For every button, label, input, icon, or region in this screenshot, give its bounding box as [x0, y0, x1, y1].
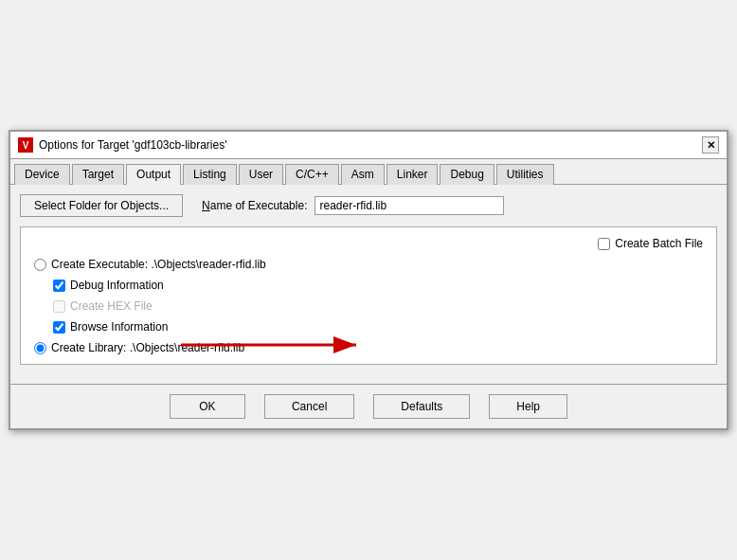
window-title: Options for Target 'gdf103cb-libraries' — [39, 138, 226, 152]
select-folder-button[interactable]: Select Folder for Objects... — [20, 194, 183, 217]
browse-info-text: Browse Information — [70, 320, 168, 334]
create-executable-radio[interactable] — [34, 259, 46, 271]
create-hex-checkbox[interactable] — [53, 300, 65, 313]
red-arrow-icon — [181, 334, 370, 357]
content-area: Select Folder for Objects... Name of Exe… — [10, 185, 727, 384]
tab-output[interactable]: Output — [126, 164, 181, 185]
create-executable-path: .\Objects\reader-rfid.lib — [151, 258, 265, 271]
name-of-executable-label: Name of Executable: — [202, 199, 307, 212]
debug-info-label[interactable]: Debug Information — [53, 279, 164, 292]
name-exec-row: Name of Executable: — [202, 196, 504, 215]
create-library-radio[interactable] — [34, 342, 46, 354]
tab-device[interactable]: Device — [14, 164, 70, 185]
create-executable-radio-label[interactable]: Create Executable: .\Objects\reader-rfid… — [34, 258, 266, 271]
toolbar-row: Select Folder for Objects... Name of Exe… — [20, 194, 717, 217]
create-exec-label-text: Create Executable: — [51, 258, 148, 271]
create-hex-text: Create HEX File — [70, 299, 153, 313]
title-bar: V Options for Target 'gdf103cb-libraries… — [10, 132, 727, 159]
close-button[interactable]: ✕ — [702, 136, 719, 154]
main-window: V Options for Target 'gdf103cb-libraries… — [9, 130, 728, 430]
tab-debug[interactable]: Debug — [440, 164, 494, 185]
output-group-box: Create Batch File Create Executable: .\O… — [20, 226, 717, 365]
tab-asm[interactable]: Asm — [341, 164, 385, 185]
tabs-bar: Device Target Output Listing User C/C++ … — [10, 159, 727, 185]
create-executable-row: Create Executable: .\Objects\reader-rfid… — [34, 258, 703, 271]
create-hex-label[interactable]: Create HEX File — [53, 299, 153, 313]
tab-target[interactable]: Target — [72, 164, 124, 185]
debug-info-checkbox[interactable] — [53, 280, 65, 292]
create-hex-row: Create HEX File — [53, 299, 703, 313]
ok-button[interactable]: OK — [170, 394, 245, 419]
browse-info-checkbox[interactable] — [53, 321, 65, 334]
title-bar-left: V Options for Target 'gdf103cb-libraries… — [18, 137, 226, 153]
create-batch-file-checkbox[interactable] — [598, 238, 610, 250]
create-executable-text: Create Executable: .\Objects\reader-rfid… — [51, 258, 266, 271]
create-batch-row: Create Batch File — [34, 237, 703, 250]
app-icon: V — [18, 137, 33, 153]
name-label-rest: ame of Executable: — [210, 199, 308, 212]
create-batch-file-label: Create Batch File — [615, 237, 703, 250]
tab-linker[interactable]: Linker — [386, 164, 439, 185]
browse-info-label[interactable]: Browse Information — [53, 320, 168, 334]
create-library-row: Create Library: .\Objects\reader-rfid.li… — [34, 341, 703, 354]
debug-info-row: Debug Information — [53, 279, 703, 292]
name-label-underline: N — [202, 199, 210, 212]
tab-listing[interactable]: Listing — [183, 164, 237, 185]
debug-info-text: Debug Information — [70, 279, 164, 292]
cancel-button[interactable]: Cancel — [264, 394, 354, 419]
create-lib-label-text: Create Library: — [51, 341, 126, 354]
help-button[interactable]: Help — [489, 394, 567, 419]
executable-input[interactable] — [315, 196, 504, 215]
tab-cpp[interactable]: C/C++ — [285, 164, 339, 185]
tab-utilities[interactable]: Utilities — [496, 164, 554, 185]
defaults-button[interactable]: Defaults — [373, 394, 470, 419]
tab-user[interactable]: User — [239, 164, 283, 185]
browse-info-row: Browse Information — [53, 320, 703, 334]
bottom-bar: OK Cancel Defaults Help — [10, 384, 727, 428]
